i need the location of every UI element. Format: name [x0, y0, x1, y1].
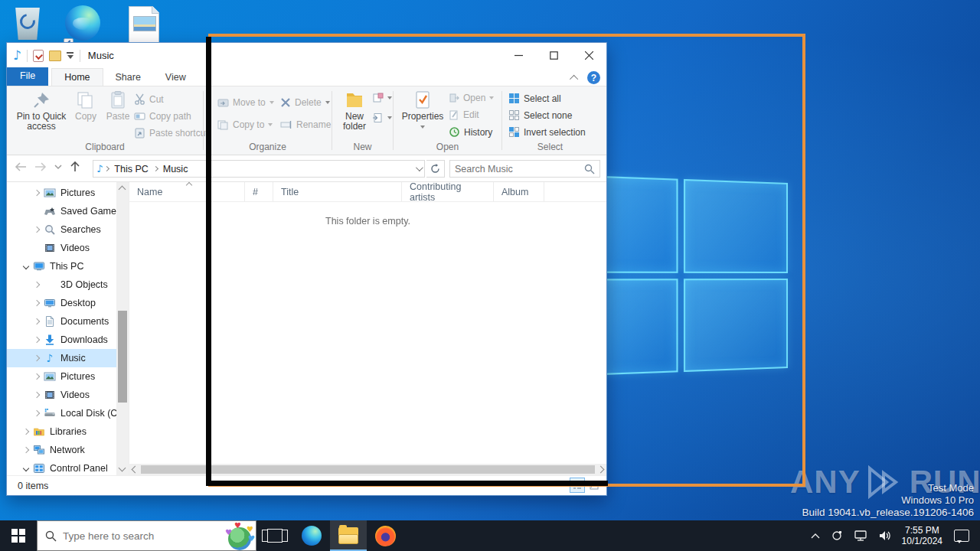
tree-expand-icon[interactable]: [34, 318, 40, 324]
tree-item-label: Desktop: [60, 298, 96, 308]
windows-start-icon: [11, 529, 25, 543]
taskbar-file-explorer-button[interactable]: [330, 520, 367, 551]
tree-expand-icon[interactable]: [23, 429, 29, 435]
taskbar-clock[interactable]: 7:55 PM 10/1/2024: [896, 525, 949, 546]
copy-path-label: Copy path: [149, 111, 191, 122]
computer-icon: [33, 260, 45, 272]
forward-button[interactable]: [34, 161, 47, 172]
sidebar-item-videos[interactable]: Videos: [7, 239, 116, 257]
image-file-desktop-icon[interactable]: [129, 6, 168, 46]
taskbar-edge-button[interactable]: [293, 520, 330, 551]
chevron-up-icon: [811, 533, 820, 539]
tray-network-button[interactable]: [848, 520, 873, 551]
start-button[interactable]: [0, 520, 37, 551]
copy-path-button[interactable]: Copy path: [134, 110, 191, 122]
tree-expand-icon[interactable]: [23, 263, 29, 269]
tree-expand-icon[interactable]: [23, 447, 29, 453]
sort-ascending-icon: [186, 182, 192, 188]
scrollbar-thumb[interactable]: [118, 311, 127, 403]
sidebar-item-saved-games[interactable]: Saved Games: [7, 202, 116, 220]
sidebar-item-downloads[interactable]: Downloads: [7, 331, 116, 349]
breadcrumb-this-pc[interactable]: This PC: [111, 164, 151, 174]
navigation-pane: Pictures Saved Games Searches Videos Thi…: [7, 182, 129, 475]
pin-to-quick-access-button[interactable]: Pin to Quick access: [15, 90, 68, 132]
clipboard-group-label: Clipboard: [7, 142, 203, 152]
scroll-down-icon[interactable]: [119, 465, 126, 472]
sidebar-item-videos[interactable]: Videos: [7, 386, 116, 404]
breadcrumb-music[interactable]: Music: [160, 164, 191, 174]
up-button[interactable]: [70, 161, 80, 172]
taskbar-search-box[interactable]: ♥ ♥ ♥ ♥: [37, 520, 256, 551]
tree-expand-icon[interactable]: [34, 300, 40, 306]
sidebar-item-control-panel[interactable]: Control Panel: [7, 459, 116, 475]
sidebar-item-searches[interactable]: Searches: [7, 220, 116, 239]
sidebar-item-network[interactable]: Network: [7, 441, 116, 459]
taskbar-firefox-button[interactable]: [367, 520, 403, 551]
tree-expand-icon[interactable]: [34, 355, 40, 361]
anyrun-play-icon: [864, 465, 906, 499]
tab-view[interactable]: View: [153, 69, 198, 86]
tree-expand-icon[interactable]: [23, 465, 29, 471]
tree-expand-icon[interactable]: [34, 190, 40, 196]
download-icon: [44, 334, 56, 346]
folder-tree: Pictures Saved Games Searches Videos Thi…: [7, 184, 116, 475]
tree-expand-icon[interactable]: [34, 373, 40, 380]
tree-item-label: Music: [60, 353, 86, 364]
qat-properties-button[interactable]: [33, 50, 44, 62]
paste-shortcut-button[interactable]: Paste shortcut: [134, 127, 208, 139]
clock-date: 10/1/2024: [902, 536, 942, 546]
paste-button[interactable]: Paste: [103, 90, 132, 122]
back-button[interactable]: [15, 161, 27, 172]
tree-expand-icon[interactable]: [34, 246, 39, 250]
sidebar-item-music[interactable]: ♪ Music: [7, 349, 116, 367]
firefox-icon: [375, 526, 396, 546]
highlight-rectangle-orange: [208, 34, 805, 487]
sidebar-item-pictures[interactable]: Pictures: [7, 367, 116, 386]
tree-expand-icon[interactable]: [34, 282, 40, 288]
tray-volume-button[interactable]: [873, 520, 896, 551]
sidebar-item-libraries[interactable]: Libraries: [7, 422, 116, 441]
tree-item-label: Control Panel: [50, 463, 108, 474]
sidebar-item-documents[interactable]: Documents: [7, 312, 116, 331]
action-center-button[interactable]: [949, 520, 980, 551]
sidebar-item-3d-objects[interactable]: 3D Objects: [7, 276, 116, 294]
tree-expand-icon[interactable]: [34, 337, 40, 343]
tree-item-label: This PC: [50, 261, 83, 272]
scroll-left-icon[interactable]: [132, 466, 139, 474]
cut-button[interactable]: Cut: [134, 93, 164, 105]
recycle-bin-icon[interactable]: [8, 3, 47, 43]
task-view-button[interactable]: [256, 520, 293, 551]
tab-home[interactable]: Home: [51, 68, 103, 86]
edge-desktop-shortcut[interactable]: [65, 5, 105, 45]
sidebar-item-pictures[interactable]: Pictures: [7, 184, 116, 202]
taskbar-search-input[interactable]: [63, 530, 248, 542]
sidebar-item-local-disk-c[interactable]: Local Disk (C:): [7, 404, 116, 422]
tree-item-label: Network: [50, 445, 85, 455]
tray-circle-icon: [831, 530, 843, 542]
scroll-up-icon[interactable]: [119, 186, 126, 194]
tree-expand-icon[interactable]: [34, 227, 40, 233]
tree-item-label: Saved Games: [60, 206, 121, 217]
tree-item-label: Libraries: [50, 426, 87, 437]
tree-expand-icon[interactable]: [34, 410, 40, 416]
sidebar-item-desktop[interactable]: Desktop: [7, 294, 116, 312]
tray-show-hidden-icons-button[interactable]: [805, 520, 825, 551]
tree-expand-icon[interactable]: [34, 209, 39, 214]
tree-item-label: 3D Objects: [60, 279, 108, 290]
qat-new-folder-button[interactable]: [49, 51, 61, 61]
sidebar-item-this-pc[interactable]: This PC: [7, 257, 116, 276]
tab-file[interactable]: File: [7, 67, 48, 86]
ribbon-group-clipboard: Pin to Quick access Copy Paste: [7, 86, 203, 155]
tray-status-icon[interactable]: [825, 520, 848, 551]
breadcrumb-chevron-icon: [153, 166, 158, 171]
cube-icon: [44, 279, 56, 291]
search-highlights-globe-icon[interactable]: ♥ ♥ ♥ ♥: [228, 527, 251, 550]
sidebar-scrollbar[interactable]: [116, 182, 129, 475]
recent-locations-dropdown[interactable]: [54, 164, 62, 170]
qat-customize-dropdown[interactable]: [67, 52, 74, 60]
search-icon: [45, 530, 57, 542]
tab-share[interactable]: Share: [103, 69, 153, 86]
tree-expand-icon[interactable]: [34, 392, 40, 398]
pin-icon: [31, 90, 51, 110]
copy-button[interactable]: Copy: [71, 90, 100, 122]
